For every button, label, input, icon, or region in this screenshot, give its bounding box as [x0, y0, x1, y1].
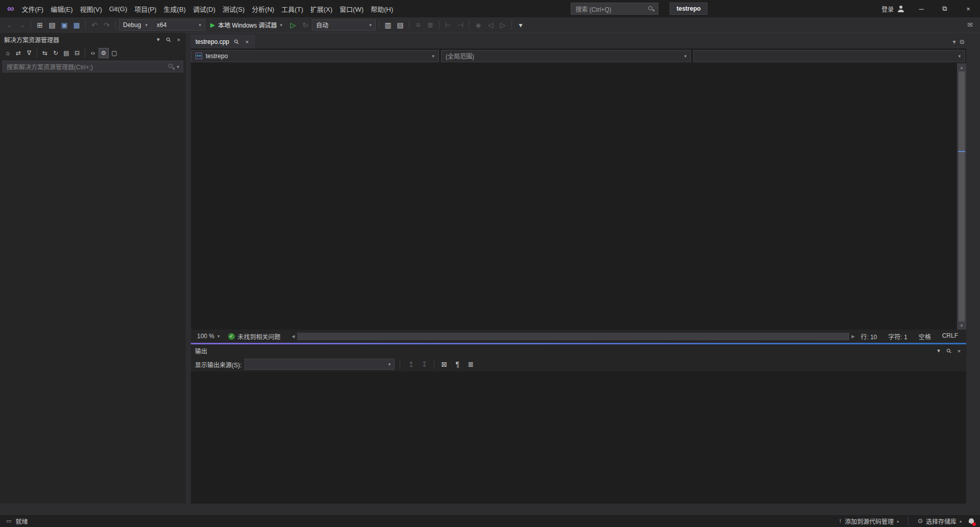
clear-all-icon[interactable]: ⊠ — [438, 359, 450, 370]
start-debugging-button[interactable]: ▶ 本地 Windows 调试器 ▾ — [206, 19, 286, 31]
scrollbar-thumb[interactable] — [297, 333, 850, 340]
scroll-right-icon[interactable]: ▶ — [849, 334, 856, 339]
quick-search-box[interactable]: 搜索 (Ctrl+Q) — [571, 3, 658, 15]
line-ending-indicator[interactable]: CRLF — [942, 332, 958, 341]
close-panel-icon[interactable]: × — [954, 346, 964, 356]
menu-item-8[interactable]: 分析(N) — [248, 2, 278, 16]
refresh-icon[interactable]: ↻ — [51, 48, 61, 58]
char-indicator[interactable]: 字符: 1 — [888, 332, 907, 341]
save-icon[interactable]: ▣ — [59, 19, 70, 31]
statusbar-separator — [908, 516, 909, 525]
menu-item-0[interactable]: 文件(F) — [18, 2, 47, 16]
menu-item-11[interactable]: 窗口(W) — [336, 2, 367, 16]
code-editor-window: testrepo.cpp ⚲ × ▾ ⧉ ++ testrepo ▾ — [191, 33, 966, 343]
close-button[interactable]: × — [957, 0, 980, 17]
menu-item-2[interactable]: 视图(V) — [77, 2, 106, 16]
auto-hide-pin-icon[interactable]: ⚲ — [944, 346, 954, 356]
configuration-dropdown[interactable]: Debug ▾ — [119, 19, 152, 31]
select-repository-button[interactable]: ⊙ 选择存储库 ▴ — [918, 517, 962, 525]
switch-views-icon[interactable]: ⇄ — [13, 48, 23, 58]
find-in-files-icon[interactable]: ▥ — [382, 19, 394, 31]
add-to-source-control-button[interactable]: ↑ 添加到源代码管理 ▴ — [839, 517, 899, 525]
send-feedback-icon[interactable]: ✉ — [967, 21, 976, 29]
properties-icon[interactable]: ⚙ — [99, 48, 109, 58]
filter-icon[interactable]: ∇ — [24, 48, 34, 58]
attach-mode-value: 自动 — [316, 20, 328, 29]
document-tab[interactable]: testrepo.cpp ⚲ × — [191, 35, 255, 48]
horizontal-scrollbar[interactable]: ◀ ▶ — [290, 333, 857, 340]
auto-hide-pin-icon[interactable]: ⚲ — [163, 35, 174, 44]
menu-item-1[interactable]: 编辑(E) — [47, 2, 76, 16]
toolbar-separator — [85, 48, 85, 58]
view-code-icon[interactable]: ‹› — [88, 48, 98, 58]
show-all-files-icon[interactable]: ▤ — [61, 48, 71, 58]
indent-mode-indicator[interactable]: 空格 — [919, 332, 931, 341]
toolbar-separator — [85, 20, 86, 30]
scrollbar-thumb[interactable] — [959, 71, 965, 321]
open-file-icon[interactable]: ▤ — [46, 19, 58, 31]
toolbar-separator — [439, 20, 439, 30]
toggle-wordwrap-icon[interactable]: ¶ — [452, 359, 463, 370]
toolbar-overflow-icon[interactable]: ▾ — [515, 19, 526, 31]
caret-up-icon: ▴ — [897, 519, 899, 523]
pin-tab-icon[interactable]: ⚲ — [233, 37, 240, 46]
restore-button[interactable]: ⧉ — [933, 0, 957, 17]
indent-icon: ⊢ — [443, 19, 454, 31]
notifications-button[interactable] — [969, 517, 974, 524]
debug-target-label: 本地 Windows 调试器 — [218, 20, 277, 29]
window-menu-icon[interactable]: ▾ — [153, 35, 163, 44]
close-tab-icon[interactable]: × — [243, 37, 251, 46]
save-all-icon[interactable]: ▦ — [71, 19, 82, 31]
home-icon[interactable]: ⌂ — [3, 48, 13, 58]
output-source-dropdown[interactable]: ▾ — [244, 359, 395, 370]
scroll-down-icon[interactable]: ▼ — [957, 321, 966, 330]
close-panel-icon[interactable]: × — [174, 35, 184, 44]
attach-mode-dropdown[interactable]: 自动 ▾ — [312, 19, 376, 31]
active-documents-icon[interactable]: ▾ — [952, 38, 955, 45]
start-without-debugging-icon[interactable]: ▷ — [287, 19, 299, 31]
menu-item-10[interactable]: 扩展(X) — [307, 2, 336, 16]
menu-item-7[interactable]: 测试(S) — [219, 2, 248, 16]
platform-dropdown[interactable]: x64 ▾ — [153, 19, 205, 31]
line-indicator[interactable]: 行: 10 — [861, 332, 877, 341]
vs-logo-icon[interactable]: ∞ — [3, 3, 18, 14]
solution-name-chip[interactable]: testrepo — [670, 3, 707, 15]
select-repository-label: 选择存储库 — [926, 517, 957, 525]
nav-member-dropdown[interactable]: ▾ — [693, 50, 965, 62]
minimize-button[interactable]: ─ — [910, 0, 933, 17]
nav-scope-dropdown[interactable]: (全局范围) ▾ — [441, 50, 691, 62]
chevron-down-icon: ▾ — [217, 334, 220, 339]
menu-item-9[interactable]: 工具(T) — [278, 2, 307, 16]
menu-bar: 文件(F)编辑(E)视图(V)Git(G)项目(P)生成(B)调试(D)测试(S… — [18, 2, 397, 16]
output-content[interactable] — [191, 371, 966, 504]
sync-with-active-document-icon[interactable]: ⇆ — [40, 48, 50, 58]
file-compare-icon[interactable]: ▤ — [395, 19, 406, 31]
restart-icon: ↻ — [300, 19, 311, 31]
vertical-scrollbar[interactable]: ▲ ▼ — [957, 63, 966, 330]
solution-explorer-search-placeholder: 搜索解决方案资源管理器(Ctrl+;) — [7, 62, 168, 71]
nav-project-dropdown[interactable]: ++ testrepo ▾ — [191, 50, 439, 62]
autoscroll-icon[interactable]: ≣ — [465, 359, 476, 370]
prev-bookmark-icon: ◁ — [485, 19, 496, 31]
menu-item-5[interactable]: 生成(B) — [160, 2, 189, 16]
scroll-left-icon[interactable]: ◀ — [290, 334, 297, 339]
code-editor[interactable] — [191, 63, 957, 330]
scroll-up-icon[interactable]: ▲ — [957, 63, 966, 71]
window-menu-icon[interactable]: ▾ — [934, 346, 944, 356]
preview-selected-icon[interactable]: ▢ — [109, 48, 119, 58]
menu-item-6[interactable]: 调试(D) — [189, 2, 219, 16]
new-project-icon[interactable]: ⊞ — [34, 19, 45, 31]
collapse-all-icon[interactable]: ⊟ — [72, 48, 82, 58]
solution-explorer-search-input[interactable]: 搜索解决方案资源管理器(Ctrl+;) ▾ — [3, 61, 183, 72]
toolbar-separator — [31, 20, 31, 30]
menu-item-4[interactable]: 项目(P) — [131, 2, 160, 16]
document-health-indicator[interactable]: ✓ 未找到相关问题 — [223, 332, 286, 341]
sign-in-button[interactable]: 登录 — [881, 5, 904, 13]
menu-item-12[interactable]: 帮助(H) — [367, 2, 397, 16]
background-tasks-icon[interactable]: ▭ — [6, 518, 11, 524]
float-window-icon[interactable]: ⧉ — [960, 38, 964, 45]
right-tool-rail — [966, 33, 980, 514]
zoom-dropdown[interactable]: 100 % ▾ — [194, 333, 223, 340]
toolbar-separator — [37, 48, 37, 58]
menu-item-3[interactable]: Git(G) — [106, 3, 131, 15]
